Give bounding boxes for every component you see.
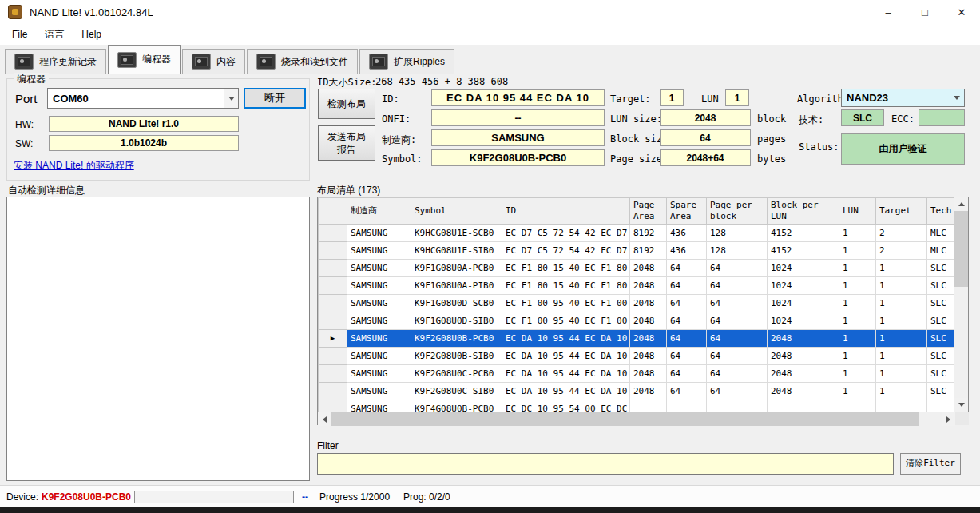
chevron-down-icon[interactable] — [224, 89, 238, 108]
column-header[interactable]: Target — [876, 198, 927, 225]
layout-table: 制造商 Symbol ID Page Area Spare Area Page … — [317, 197, 969, 425]
chip-icon — [369, 54, 388, 70]
row-selector[interactable] — [319, 294, 347, 312]
algorithm-combobox[interactable]: NAND23 — [841, 89, 965, 107]
table-cell: 64 — [667, 364, 707, 382]
table-cell: EC F1 80 15 40 EC F1 80 — [502, 259, 630, 276]
table-row[interactable]: SAMSUNGK9F4G08U0B-PCB0EC DC 10 95 54 00 … — [319, 400, 956, 412]
table-cell: SAMSUNG — [347, 294, 411, 312]
table-cell: EC F1 00 95 40 EC F1 00 — [502, 294, 630, 312]
filter-input[interactable] — [317, 453, 894, 475]
chip-icon — [256, 54, 276, 70]
table-cell: 1 — [839, 382, 876, 400]
table-row[interactable]: SAMSUNGK9HCG08U1E-SCB0EC D7 C5 72 54 42 … — [319, 224, 956, 241]
maximize-button[interactable]: □ — [907, 0, 943, 24]
table-cell: SAMSUNG — [347, 347, 411, 364]
vertical-scrollbar[interactable] — [954, 197, 968, 412]
tab-label: 内容 — [216, 55, 236, 69]
table-cell — [927, 400, 956, 412]
row-selector[interactable] — [319, 312, 347, 329]
layout-list-title: 布局清单 (173) — [317, 184, 380, 197]
table-row[interactable]: SAMSUNGK9HCG08U1E-SIB0EC D7 C5 72 54 42 … — [319, 241, 956, 259]
table-cell: 1 — [839, 224, 876, 241]
group-title: 编程器 — [14, 73, 49, 86]
table-row[interactable]: SAMSUNGK9F2G08U0B-SIB0EC DA 10 95 44 EC … — [319, 347, 956, 364]
lun-size-label: LUN size: — [610, 113, 662, 125]
table-row[interactable]: ▶SAMSUNGK9F2G08U0B-PCB0EC DA 10 95 44 EC… — [319, 329, 956, 347]
port-combobox[interactable]: COM60 — [47, 88, 239, 109]
driver-install-link[interactable]: 安装 NAND Lite! 的驱动程序 — [14, 159, 134, 173]
row-selector[interactable] — [319, 400, 347, 412]
vertical-scroll-thumb[interactable] — [954, 211, 968, 287]
chevron-down-icon[interactable] — [950, 89, 964, 106]
close-button[interactable]: ✕ — [943, 0, 980, 24]
minimize-button[interactable]: – — [870, 0, 907, 24]
status-progress-box — [134, 491, 294, 503]
horizontal-scroll-thumb[interactable] — [331, 412, 919, 426]
window-bottom-edge — [0, 507, 980, 513]
block-size-unit: pages — [757, 133, 786, 145]
tab-update-log[interactable]: 程序更新记录 — [5, 49, 106, 74]
table-cell: 1 — [839, 312, 876, 329]
table-row[interactable]: SAMSUNGK9F1G08U0D-SIB0EC F1 00 95 40 EC … — [319, 312, 956, 329]
column-header[interactable]: LUN — [839, 198, 876, 225]
select-all-header[interactable] — [319, 198, 347, 225]
column-header[interactable]: Block per LUN — [768, 198, 839, 225]
send-report-line1: 发送布局 — [327, 130, 366, 143]
detect-layout-button[interactable]: 检测布局 — [318, 89, 375, 119]
column-header[interactable]: Symbol — [411, 198, 502, 225]
table-row[interactable]: SAMSUNGK9F2G08U0C-PCB0EC DA 10 95 44 EC … — [319, 364, 956, 382]
row-selector[interactable]: ▶ — [319, 329, 347, 347]
table-cell: SLC — [927, 259, 956, 276]
menu-file[interactable]: File — [3, 29, 36, 40]
scroll-up-icon[interactable] — [954, 197, 968, 211]
table-cell: 2048 — [768, 329, 839, 347]
column-header[interactable]: 制造商 — [347, 198, 411, 225]
table-cell: 1 — [839, 294, 876, 312]
row-selector[interactable] — [319, 241, 347, 259]
table-row[interactable]: SAMSUNGK9F1G08U0A-PIB0EC F1 80 15 40 EC … — [319, 276, 956, 294]
clear-filter-button[interactable]: 清除Filter — [900, 453, 961, 475]
column-header[interactable]: Spare Area — [667, 198, 707, 225]
id-size-label: ID大小Size: — [317, 76, 377, 89]
menu-help[interactable]: Help — [73, 29, 110, 40]
table-cell: 2 — [876, 224, 927, 241]
disconnect-button[interactable]: 断开 — [244, 88, 306, 109]
table-cell: 1 — [876, 382, 927, 400]
table-cell: EC DA 10 95 44 EC DA 10 — [502, 329, 630, 347]
tab-programmer[interactable]: 编程器 — [108, 45, 181, 74]
row-selector[interactable] — [319, 382, 347, 400]
row-selector[interactable] — [319, 224, 347, 241]
lun-size-unit: block — [757, 113, 786, 125]
send-layout-report-button[interactable]: 发送布局报告 — [318, 125, 375, 161]
column-header[interactable]: Tech — [927, 198, 956, 225]
table-cell: 2048 — [768, 347, 839, 364]
column-header[interactable]: Page per block — [707, 198, 768, 225]
table-cell: 64 — [667, 347, 707, 364]
row-selector[interactable] — [319, 347, 347, 364]
table-cell: 2048 — [630, 276, 667, 294]
autodetect-textarea[interactable] — [6, 197, 310, 481]
send-report-line2: 报告 — [337, 143, 356, 156]
horizontal-scrollbar[interactable] — [318, 412, 955, 425]
tab-ripples[interactable]: 扩展Ripples — [359, 49, 454, 74]
table-cell: 64 — [707, 259, 768, 276]
table-cell: 2048 — [768, 364, 839, 382]
table-row[interactable]: SAMSUNGK9F1G08U0D-SCB0EC F1 00 95 40 EC … — [319, 294, 956, 312]
row-selector[interactable] — [319, 364, 347, 382]
row-selector[interactable] — [319, 276, 347, 294]
scroll-down-icon[interactable] — [954, 398, 968, 412]
column-header[interactable]: ID — [502, 198, 630, 225]
column-header[interactable]: Page Area — [630, 198, 667, 225]
tab-content[interactable]: 内容 — [182, 49, 245, 74]
menu-language[interactable]: 语言 — [36, 28, 73, 42]
table-cell: EC D7 C5 72 54 42 EC D7 — [502, 224, 630, 241]
table-row[interactable]: SAMSUNGK9F2G08U0C-SIB0EC DA 10 95 44 EC … — [319, 382, 956, 400]
tab-burn-read[interactable]: 烧录和读到文件 — [247, 49, 358, 74]
chip-icon — [14, 54, 34, 70]
table-cell: 1 — [839, 329, 876, 347]
row-selector[interactable] — [319, 259, 347, 276]
table-row[interactable]: SAMSUNGK9F1G08U0A-PCB0EC F1 80 15 40 EC … — [319, 259, 956, 276]
scroll-left-icon[interactable] — [318, 412, 331, 426]
scroll-right-icon[interactable] — [942, 412, 955, 426]
